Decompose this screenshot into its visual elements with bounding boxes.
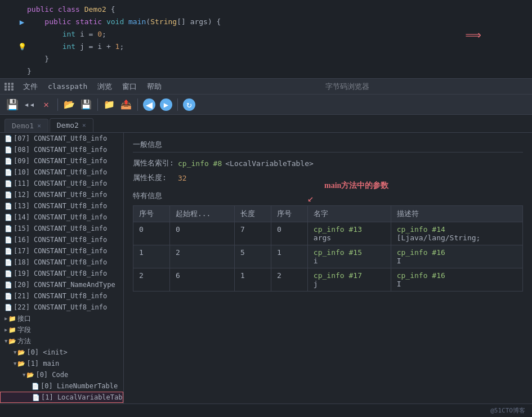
back-icon: ◂◂ xyxy=(24,99,34,110)
import-button[interactable]: 📁 xyxy=(101,97,117,113)
next-button[interactable]: ▶ xyxy=(158,97,174,113)
tree-label-19: [19] CONSTANT_Utf8_info xyxy=(14,270,107,277)
folder-icon-interface: 📁 xyxy=(8,315,17,322)
code-line-4: 💡 int j = i + 1; xyxy=(0,41,532,53)
tree-item-14[interactable]: 📄 [14] CONSTANT_Utf8_info xyxy=(0,212,123,223)
refresh-button[interactable]: ↻ xyxy=(181,97,197,113)
menu-classpath[interactable]: classpath xyxy=(43,81,92,92)
cell-1-name-val: i xyxy=(314,257,385,265)
save-icon: 💾 xyxy=(6,98,19,110)
tree-item-19[interactable]: 📄 [19] CONSTANT_Utf8_info xyxy=(0,268,123,279)
next-icon: ▶ xyxy=(160,98,172,111)
cell-0-desc-cp[interactable]: cp_info #14 xyxy=(397,225,517,234)
code-line-2: ▶ public static void main(String[] args)… xyxy=(0,16,532,28)
tab-demo1-label: Demo1 xyxy=(12,122,34,130)
cell-1-idx: 1 xyxy=(271,245,307,268)
tree-item-08[interactable]: 📄 [08] CONSTANT_Utf8_info xyxy=(0,144,123,155)
toolbar: 💾 ◂◂ ✕ 📂 💾 📁 📤 ◀ ▶ ↻ xyxy=(0,95,532,115)
tree-item-07[interactable]: 📄 [07] CONSTANT_Utf8_info xyxy=(0,133,123,144)
page-icon-10: 📄 xyxy=(5,169,14,176)
col-len: 长度 xyxy=(235,206,271,222)
lightbulb-icon[interactable]: 💡 xyxy=(18,43,26,51)
tab-demo2[interactable]: Demo2 ✕ xyxy=(50,118,93,132)
tree-item-lvt[interactable]: 📄 [1] LocalVariableTable xyxy=(0,392,123,403)
page-icon-07: 📄 xyxy=(5,135,14,142)
back-button[interactable]: ◂◂ xyxy=(21,97,37,113)
folder-icon-main: 📂 xyxy=(17,360,26,367)
save-button[interactable]: 💾 xyxy=(5,97,20,113)
cell-0-name-cp[interactable]: cp_info #13 xyxy=(314,225,385,234)
open-button[interactable]: 📂 xyxy=(61,97,77,113)
table-row-1: 1 2 5 1 cp_info #15 i cp_info #16 I xyxy=(133,245,523,268)
cell-0-name: cp_info #13 args xyxy=(307,222,391,245)
cell-1-desc-cp[interactable]: cp_info #16 xyxy=(397,248,517,257)
tree-item-12[interactable]: 📄 [12] CONSTANT_Utf8_info xyxy=(0,189,123,200)
cell-2-desc-cp[interactable]: cp_info #16 xyxy=(397,271,517,280)
tree-item-main[interactable]: ▼ 📂 [1] main xyxy=(0,358,123,369)
tab-demo1-close[interactable]: ✕ xyxy=(37,122,41,129)
tree-item-11[interactable]: 📄 [11] CONSTANT_Utf8_info xyxy=(0,178,123,189)
annotation-arrow-icon: ↙ xyxy=(307,192,314,204)
tree-item-18[interactable]: 📄 [18] CONSTANT_Utf8_info xyxy=(0,257,123,268)
page-icon-21: 📄 xyxy=(5,293,14,300)
menu-file[interactable]: 文件 xyxy=(19,80,42,93)
tree-label-lnt: [0] LineNumberTable xyxy=(41,382,118,390)
page-icon-19: 📄 xyxy=(5,270,14,277)
page-icon-13: 📄 xyxy=(5,203,14,210)
main-content: 📄 [07] CONSTANT_Utf8_info 📄 [08] CONSTAN… xyxy=(0,133,532,417)
attr-name-label: 属性名索引: xyxy=(133,158,178,168)
tree-item-22[interactable]: 📄 [22] CONSTANT_Utf8_info xyxy=(0,302,123,313)
triangle-icon-init: ▼ xyxy=(14,349,16,355)
col-idx: 序号 xyxy=(271,206,307,222)
tree-item-09[interactable]: 📄 [09] CONSTANT_Utf8_info xyxy=(0,155,123,167)
col-seq: 序号 xyxy=(133,206,170,222)
col-desc: 描述符 xyxy=(391,206,522,222)
cell-0-desc-val: [Ljava/lang/String; xyxy=(397,234,517,242)
tab-demo1[interactable]: Demo1 ✕ xyxy=(5,119,48,132)
tree-label-methods: 方法 xyxy=(17,337,31,346)
tree-item-init[interactable]: ▼ 📂 [0] <init> xyxy=(0,347,123,358)
triangle-icon-code: ▼ xyxy=(23,372,25,378)
cell-2-desc-val: I xyxy=(397,280,517,288)
attr-name-value[interactable]: cp_info #8 xyxy=(178,159,222,168)
tree-label-22: [22] CONSTANT_Utf8_info xyxy=(14,303,107,311)
menu-help[interactable]: 帮助 xyxy=(142,80,166,93)
line-content-1: public class Demo2 { xyxy=(27,4,532,15)
tab-demo2-close[interactable]: ✕ xyxy=(82,122,86,129)
tree-item-13[interactable]: 📄 [13] CONSTANT_Utf8_info xyxy=(0,200,123,212)
tree-item-interface[interactable]: ▶ 📁 接口 xyxy=(0,313,123,324)
cell-1-desc-val: I xyxy=(397,257,517,265)
tree-item-17[interactable]: 📄 [17] CONSTANT_Utf8_info xyxy=(0,245,123,257)
cell-2-desc: cp_info #16 I xyxy=(391,268,522,292)
cell-1-name-cp[interactable]: cp_info #15 xyxy=(314,248,385,257)
export-button[interactable]: 📤 xyxy=(118,97,134,113)
menu-window[interactable]: 窗口 xyxy=(118,80,141,93)
tree-item-fields[interactable]: ▶ 📁 字段 xyxy=(0,324,123,335)
cell-0-start: 0 xyxy=(169,222,234,245)
triangle-icon-methods: ▼ xyxy=(5,338,7,344)
tree-item-linenumbertable[interactable]: 📄 [0] LineNumberTable xyxy=(0,380,123,392)
tree-item-10[interactable]: 📄 [10] CONSTANT_Utf8_info xyxy=(0,167,123,178)
cell-2-name-cp[interactable]: cp_info #17 xyxy=(314,271,385,280)
menu-browse[interactable]: 浏览 xyxy=(93,80,117,93)
tree-item-16[interactable]: 📄 [16] CONSTANT_Utf8_info xyxy=(0,234,123,245)
cell-1-name: cp_info #15 i xyxy=(307,245,391,268)
toolbar-sep-3 xyxy=(137,98,138,111)
tree-label-code: [0] Code xyxy=(35,371,68,379)
code-line-3: int i = 0; ⟸ xyxy=(0,28,532,41)
close-button[interactable]: ✕ xyxy=(38,97,54,113)
menubar: 文件 classpath 浏览 窗口 帮助 字节码浏览器 xyxy=(0,79,532,95)
tree-item-20[interactable]: 📄 [20] CONSTANT_NameAndType xyxy=(0,279,123,290)
tree-label-13: [13] CONSTANT_Utf8_info xyxy=(14,202,107,210)
save2-button[interactable]: 💾 xyxy=(78,97,94,113)
tree-item-21[interactable]: 📄 [21] CONSTANT_Utf8_info xyxy=(0,290,123,302)
tabs-bar: Demo1 ✕ Demo2 ✕ xyxy=(0,115,532,133)
page-icon-17: 📄 xyxy=(5,248,14,255)
tree-item-code[interactable]: ▼ 📂 [0] Code xyxy=(0,369,123,380)
general-info-title: 一般信息 xyxy=(133,140,523,153)
prev-button[interactable]: ◀ xyxy=(141,97,157,113)
tree-item-methods[interactable]: ▼ 📂 方法 xyxy=(0,335,123,347)
prev-icon: ◀ xyxy=(143,98,155,111)
tree-item-15[interactable]: 📄 [15] CONSTANT_Utf8_info xyxy=(0,223,123,234)
special-info-title: 特有信息 xyxy=(133,191,162,202)
